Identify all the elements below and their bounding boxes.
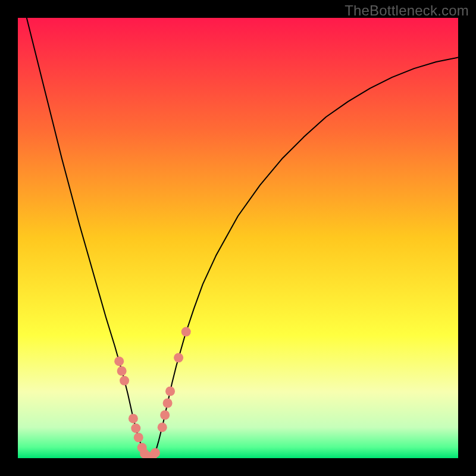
marker-dot [181,327,191,337]
marker-dot [129,414,138,423]
marker-dot [117,366,127,375]
chart-container: TheBottleneck.com [0,0,476,476]
marker-dot [120,376,129,386]
marker-dot [134,433,143,442]
marker-dot [160,410,170,419]
marker-dot [165,387,175,396]
marker-dot [151,448,160,458]
marker-dot [174,353,183,362]
gradient-background [18,18,458,458]
marker-dot [131,424,140,433]
watermark-text: TheBottleneck.com [345,2,469,19]
chart-svg [18,18,458,458]
marker-dot [114,356,124,366]
marker-dot [163,399,173,408]
plot-area [18,18,458,458]
marker-dot [158,422,167,432]
